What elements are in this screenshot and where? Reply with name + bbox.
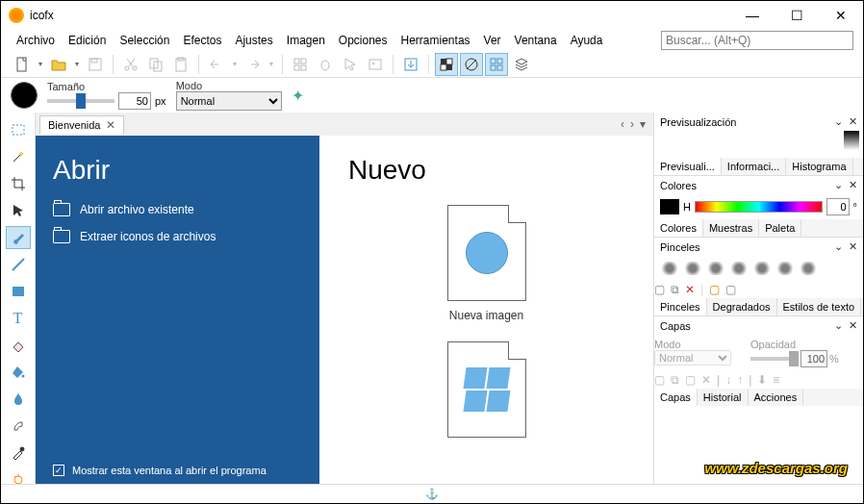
eraser-tool-icon[interactable] <box>6 334 31 357</box>
close-button[interactable]: ✕ <box>819 1 863 30</box>
open-brush-icon[interactable]: ▢ <box>709 283 720 296</box>
panel-close-icon[interactable]: ✕ <box>849 179 857 191</box>
checker-icon[interactable] <box>435 53 458 76</box>
menu-archivo[interactable]: Archivo <box>11 32 61 49</box>
tab-informacion[interactable]: Informaci... <box>722 158 786 175</box>
layer-mode-select[interactable]: Normal <box>654 350 731 365</box>
menu-edicion[interactable]: Edición <box>63 32 112 49</box>
collapse-icon[interactable]: ⌄ <box>834 115 843 128</box>
tab-paleta[interactable]: Paleta <box>759 219 801 237</box>
tab-colores[interactable]: Colores <box>654 219 703 237</box>
flatten-icon[interactable]: ≡ <box>773 373 779 387</box>
brush-tool-icon[interactable] <box>6 226 31 249</box>
tab-capas[interactable]: Capas <box>654 389 698 406</box>
brush-variant-icon[interactable]: ✦ <box>292 87 304 105</box>
undo-icon[interactable] <box>205 53 228 76</box>
save-brush-icon[interactable]: ▢ <box>725 283 736 296</box>
new-brush-icon[interactable]: ▢ <box>654 283 665 296</box>
dropdown-arrow-icon[interactable]: ▾ <box>230 53 240 76</box>
maximize-button[interactable]: ☐ <box>775 1 819 30</box>
mask-layer-icon[interactable]: ▢ <box>685 373 696 387</box>
color-swatch[interactable] <box>660 199 679 214</box>
open-existing-link[interactable]: Abrir archivo existente <box>53 203 302 216</box>
show-on-start-checkbox[interactable]: ✓ Mostrar esta ventana al abrir el progr… <box>53 465 267 476</box>
size-slider[interactable] <box>47 99 114 103</box>
windows-icon[interactable] <box>289 53 312 76</box>
tab-previsualizacion[interactable]: Previsuali... <box>654 158 722 175</box>
tab-menu-icon[interactable]: ▾ <box>640 117 646 131</box>
new-windows-icon-button[interactable] <box>348 341 624 438</box>
layer-down-icon[interactable]: ↓ <box>725 373 731 387</box>
tab-muestras[interactable]: Muestras <box>703 219 759 237</box>
open-file-icon[interactable] <box>47 53 70 76</box>
preview-toggle-icon[interactable] <box>460 53 483 76</box>
duplicate-layer-icon[interactable]: ⧉ <box>671 373 679 387</box>
smudge-tool-icon[interactable] <box>6 415 31 438</box>
size-input[interactable] <box>118 92 151 110</box>
tab-historial[interactable]: Historial <box>698 389 749 406</box>
delete-layer-icon[interactable]: ✕ <box>701 373 711 387</box>
collapse-icon[interactable]: ⌄ <box>834 240 843 253</box>
cut-icon[interactable] <box>119 53 142 76</box>
tab-bienvenida[interactable]: Bienvenida ✕ <box>39 115 124 134</box>
grid-icon[interactable] <box>485 53 508 76</box>
minimize-button[interactable]: — <box>730 1 775 30</box>
opacity-slider[interactable] <box>750 357 799 361</box>
image-icon[interactable] <box>364 53 387 76</box>
tab-histograma[interactable]: Histograma <box>786 158 852 175</box>
delete-brush-icon[interactable]: ✕ <box>685 283 695 296</box>
menu-ver[interactable]: Ver <box>478 32 507 49</box>
crop-tool-icon[interactable] <box>6 172 31 195</box>
search-input[interactable] <box>661 31 853 50</box>
layers-icon[interactable] <box>510 53 533 76</box>
collapse-icon[interactable]: ⌄ <box>834 319 843 332</box>
collapse-icon[interactable]: ⌄ <box>834 179 843 191</box>
duplicate-brush-icon[interactable]: ⧉ <box>671 283 679 296</box>
copy-icon[interactable] <box>144 53 167 76</box>
anchor-icon[interactable]: ⚓ <box>425 488 439 500</box>
apple-icon[interactable] <box>314 53 337 76</box>
tab-prev-icon[interactable]: ‹ <box>621 117 624 131</box>
panel-close-icon[interactable]: ✕ <box>849 115 857 128</box>
dropdown-arrow-icon[interactable]: ▾ <box>72 53 82 76</box>
tab-pinceles[interactable]: Pinceles <box>654 298 707 315</box>
menu-seleccion[interactable]: Selección <box>114 32 175 49</box>
move-tool-icon[interactable] <box>6 199 31 222</box>
wand-tool-icon[interactable] <box>6 145 31 168</box>
hue-slider[interactable] <box>695 201 823 213</box>
menu-ayuda[interactable]: Ayuda <box>565 32 609 49</box>
redo-icon[interactable] <box>241 53 265 76</box>
hue-input[interactable] <box>826 198 850 215</box>
menu-ajustes[interactable]: Ajustes <box>229 32 278 49</box>
eyedropper-tool-icon[interactable] <box>6 441 31 465</box>
tab-estilos[interactable]: Estilos de texto <box>777 298 862 315</box>
new-image-button[interactable]: Nueva imagen <box>348 205 624 322</box>
panel-close-icon[interactable]: ✕ <box>849 319 857 332</box>
rect-tool-icon[interactable] <box>6 280 31 303</box>
cursor-icon[interactable] <box>339 53 362 76</box>
extract-icon[interactable] <box>399 53 422 76</box>
color-swatch[interactable] <box>11 82 38 109</box>
extract-icons-link[interactable]: Extraer iconos de archivos <box>53 230 302 243</box>
text-tool-icon[interactable]: T <box>6 307 31 330</box>
tab-acciones[interactable]: Acciones <box>749 389 804 406</box>
merge-down-icon[interactable]: ⬇ <box>757 373 767 387</box>
marquee-tool-icon[interactable] <box>6 118 31 141</box>
paste-icon[interactable] <box>169 53 192 76</box>
tab-close-icon[interactable]: ✕ <box>106 118 115 132</box>
menu-ventana[interactable]: Ventana <box>509 32 563 49</box>
tab-next-icon[interactable]: › <box>630 117 634 131</box>
opacity-input[interactable] <box>800 350 827 367</box>
panel-close-icon[interactable]: ✕ <box>849 240 857 253</box>
menu-opciones[interactable]: Opciones <box>333 32 394 49</box>
layer-up-icon[interactable]: ↑ <box>737 373 743 387</box>
save-icon[interactable] <box>84 53 107 76</box>
new-layer-icon[interactable]: ▢ <box>654 373 665 387</box>
tab-degradados[interactable]: Degradados <box>707 298 777 315</box>
menu-efectos[interactable]: Efectos <box>177 32 227 49</box>
menu-imagen[interactable]: Imagen <box>281 32 331 49</box>
new-file-icon[interactable] <box>11 53 34 76</box>
blur-tool-icon[interactable] <box>6 388 31 411</box>
dropdown-arrow-icon[interactable]: ▾ <box>36 53 45 76</box>
menu-herramientas[interactable]: Herramientas <box>395 32 476 49</box>
